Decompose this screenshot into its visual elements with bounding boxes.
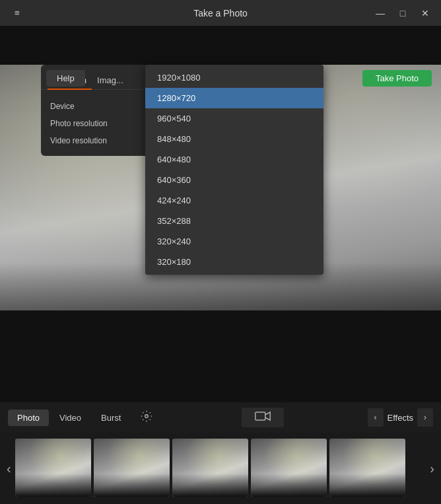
strip-prev-button[interactable]: ‹	[3, 433, 15, 504]
dropdown-option-5[interactable]: 640×360	[145, 170, 323, 190]
strip-next-button[interactable]: ›	[426, 433, 438, 504]
maximize-button[interactable]: □	[393, 4, 412, 22]
window-title: Take a Photo	[193, 8, 248, 18]
menu-button[interactable]: ≡	[7, 4, 28, 22]
take-photo-button[interactable]: Take Photo	[362, 70, 432, 87]
record-button[interactable]	[242, 408, 284, 427]
effects-label: Effects	[388, 413, 414, 423]
thumbnail-1[interactable]	[15, 439, 91, 497]
thumbnail-5[interactable]	[329, 439, 405, 497]
top-overlay	[0, 26, 441, 65]
mode-tab-video[interactable]: Video	[50, 410, 90, 426]
thumbnail-list	[15, 439, 426, 498]
dropdown-option-8[interactable]: 320×240	[145, 231, 323, 252]
help-button[interactable]: Help	[46, 70, 85, 87]
thumbnail-2[interactable]	[94, 439, 170, 497]
bottom-toolbar: PhotoVideoBurst ‹ Effects ›	[0, 402, 441, 433]
minimize-button[interactable]: —	[371, 4, 390, 22]
window-controls: — □ ✕	[371, 4, 434, 22]
bottom-overlay	[0, 310, 441, 363]
svg-rect-1	[255, 412, 265, 420]
thumbnail-3[interactable]	[172, 439, 248, 497]
dropdown-option-1[interactable]: 1280×720	[145, 88, 323, 108]
svg-point-0	[145, 415, 149, 418]
main-content: Help Take Photo Webcam Imag... Device Ph…	[0, 26, 441, 504]
camera-settings-button[interactable]	[135, 408, 158, 427]
maximize-icon: □	[400, 8, 405, 18]
thumbnail-strip: ‹ ›	[0, 433, 441, 504]
dropdown-option-3[interactable]: 848×480	[145, 129, 323, 149]
mode-tab-photo[interactable]: Photo	[8, 410, 49, 426]
resolution-dropdown: 1920×10801280×720960×540848×480640×48064…	[145, 65, 323, 275]
close-button[interactable]: ✕	[416, 4, 434, 22]
dropdown-option-2[interactable]: 960×540	[145, 108, 323, 129]
mode-tab-burst[interactable]: Burst	[92, 410, 130, 426]
menu-icon: ≡	[15, 8, 20, 18]
tab-image[interactable]: Imag...	[92, 71, 129, 89]
effects-prev-button[interactable]: ‹	[368, 408, 384, 427]
effects-nav: ‹ Effects ›	[368, 408, 434, 427]
dropdown-option-6[interactable]: 424×240	[145, 190, 323, 211]
mode-tabs: PhotoVideoBurst	[8, 410, 130, 426]
minimize-icon: —	[376, 8, 385, 18]
dropdown-option-9[interactable]: 320×180	[145, 252, 323, 272]
dropdown-option-7[interactable]: 352×288	[145, 211, 323, 231]
title-bar: ≡ Take a Photo — □ ✕	[0, 0, 441, 26]
thumbnail-4[interactable]	[251, 439, 327, 497]
dropdown-option-0[interactable]: 1920×1080	[145, 67, 323, 88]
dropdown-option-4[interactable]: 640×480	[145, 149, 323, 170]
close-icon: ✕	[421, 8, 429, 18]
effects-next-button[interactable]: ›	[417, 408, 433, 427]
